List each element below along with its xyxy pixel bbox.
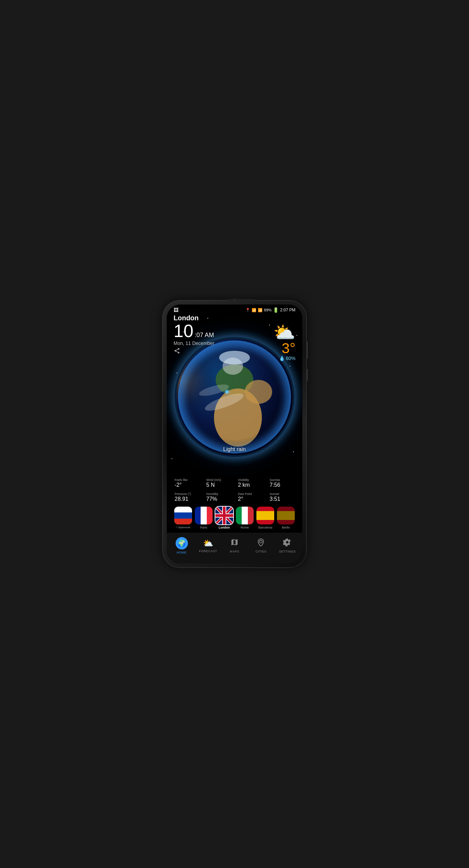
speaker bbox=[228, 299, 255, 301]
city-paris-label: Paris bbox=[200, 526, 207, 529]
svg-point-9 bbox=[176, 346, 231, 414]
rain-drop-icon: 💧 bbox=[279, 356, 285, 361]
city-barcelona-label: Barcelona bbox=[258, 526, 272, 529]
dew-point-stat: Dew Point 2° bbox=[235, 491, 266, 504]
sunset-value: 3:51 bbox=[270, 496, 295, 502]
nav-home-label: HOME bbox=[177, 551, 187, 554]
forecast-icon: ⛅ bbox=[203, 538, 213, 548]
nav-maps[interactable]: MAPS bbox=[221, 538, 248, 553]
sunrise-value: 7:56 bbox=[270, 482, 295, 488]
svg-point-7 bbox=[245, 380, 272, 404]
nav-settings[interactable]: SETTINGS bbox=[274, 538, 301, 553]
weather-top-right: ⛅ 3° 💧 60% bbox=[273, 323, 295, 361]
wind-label: Wind (m/s) bbox=[206, 478, 231, 482]
feels-like-value: -2° bbox=[175, 482, 200, 488]
nav-cities-label: CITIES bbox=[255, 550, 266, 553]
power-button[interactable] bbox=[306, 342, 308, 359]
home-icon: 🌍 bbox=[176, 537, 188, 549]
cloud-rain-icon: ⛅ bbox=[273, 323, 295, 341]
humidity-label: Humidity bbox=[206, 492, 231, 496]
battery-percent: 89% bbox=[264, 308, 271, 312]
svg-point-6 bbox=[214, 388, 262, 447]
svg-rect-21 bbox=[223, 507, 226, 524]
flag-italy bbox=[236, 507, 254, 524]
status-left: 🖼 bbox=[174, 307, 178, 313]
dew-point-value: 2° bbox=[238, 496, 263, 502]
location-dot bbox=[225, 390, 229, 394]
nav-forecast-label: FORECAST bbox=[199, 549, 217, 553]
city-paris[interactable]: Paris bbox=[195, 507, 213, 529]
stats-grid: Feels like -2° Wind (m/s) 5 N Visibility… bbox=[172, 477, 297, 504]
humidity-value: 77% bbox=[206, 496, 231, 502]
svg-line-3 bbox=[175, 349, 179, 351]
svg-point-12 bbox=[198, 382, 230, 398]
wifi-icon: 📶 bbox=[252, 308, 256, 312]
sunrise-stat: Sunrise 7:56 bbox=[267, 477, 297, 489]
phone-device: 🖼 📍 📶 📶 89% 🔋 2:07 PM London 10 :07 AM bbox=[163, 300, 306, 568]
nav-forecast[interactable]: ⛅ FORECAST bbox=[195, 538, 221, 553]
photo-icon: 🖼 bbox=[174, 307, 178, 313]
nav-settings-label: SETTINGS bbox=[279, 550, 296, 553]
nav-home[interactable]: 🌍 HOME bbox=[168, 537, 195, 554]
pressure-stat: Pressure (") 28.91 bbox=[172, 491, 202, 504]
nav-cities[interactable]: CITIES bbox=[248, 538, 274, 553]
feels-like-stat: Feels like -2° bbox=[172, 477, 202, 489]
temperature-large: 3° bbox=[282, 341, 295, 356]
app-screen: 🖼 📍 📶 📶 89% 🔋 2:07 PM London 10 :07 AM bbox=[167, 305, 302, 563]
feels-like-label: Feels like bbox=[175, 478, 200, 482]
location-icon: 📍 bbox=[245, 308, 250, 312]
dew-point-label: Dew Point bbox=[238, 492, 263, 496]
status-bar: 🖼 📍 📶 📶 89% 🔋 2:07 PM bbox=[167, 305, 302, 314]
city-ulyanovsk-label: * Ulyanovsk bbox=[176, 526, 190, 529]
phone-screen: 🖼 📍 📶 📶 89% 🔋 2:07 PM London 10 :07 AM bbox=[167, 305, 302, 563]
bottom-nav: 🌍 HOME ⛅ FORECAST MAPS bbox=[167, 533, 302, 563]
pressure-value: 28.91 bbox=[175, 496, 200, 502]
time-hour: 10 bbox=[174, 322, 193, 340]
sunset-label: Sunset bbox=[270, 492, 295, 496]
visibility-value: 2 km bbox=[238, 482, 263, 488]
city-rome[interactable]: Rome bbox=[236, 507, 254, 529]
maps-icon bbox=[230, 538, 239, 548]
pressure-label: Pressure (") bbox=[175, 492, 200, 496]
flag-france bbox=[195, 507, 213, 524]
status-right: 📍 📶 📶 89% 🔋 2:07 PM bbox=[245, 307, 295, 313]
city-rome-label: Rome bbox=[241, 526, 249, 529]
humidity-percent: 60% bbox=[286, 356, 295, 361]
city-berlin[interactable]: Berlin bbox=[277, 507, 295, 529]
stats-section: Feels like -2° Wind (m/s) 5 N Visibility… bbox=[167, 477, 302, 504]
cities-icon bbox=[257, 538, 265, 548]
city-barcelona[interactable]: Barcelona bbox=[256, 507, 274, 529]
volume-button[interactable] bbox=[306, 369, 308, 381]
city-ulyanovsk[interactable]: * Ulyanovsk bbox=[174, 507, 192, 529]
visibility-label: Visibility bbox=[238, 478, 263, 482]
sunrise-label: Sunrise bbox=[270, 478, 295, 482]
flag-russia bbox=[174, 507, 192, 524]
humidity-stat: Humidity 77% bbox=[204, 491, 234, 504]
sunset-stat: Sunset 3:51 bbox=[267, 491, 297, 504]
nav-maps-label: MAPS bbox=[230, 550, 239, 553]
signal-icon: 📶 bbox=[258, 308, 263, 312]
svg-point-22 bbox=[259, 540, 262, 543]
svg-point-8 bbox=[223, 358, 243, 375]
svg-point-5 bbox=[216, 364, 253, 395]
settings-icon bbox=[283, 538, 291, 548]
city-london-label: London bbox=[219, 526, 230, 529]
flag-spain-barcelona bbox=[256, 507, 274, 524]
wind-stat: Wind (m/s) 5 N bbox=[204, 477, 234, 489]
visibility-stat: Visibility 2 km bbox=[235, 477, 266, 489]
time-minute-ampm: :07 AM bbox=[195, 332, 214, 339]
flag-uk bbox=[215, 507, 233, 524]
city-berlin-label: Berlin bbox=[282, 526, 290, 529]
svg-point-11 bbox=[203, 390, 245, 414]
cities-row: * Ulyanovsk Paris bbox=[167, 507, 302, 529]
svg-line-4 bbox=[175, 351, 179, 353]
city-london[interactable]: London bbox=[215, 507, 233, 529]
weather-condition: Light rain bbox=[176, 446, 293, 452]
flag-spain-berlin bbox=[277, 507, 295, 524]
battery-icon: 🔋 bbox=[273, 307, 279, 313]
status-time: 2:07 PM bbox=[280, 308, 295, 312]
wind-value: 5 N bbox=[206, 482, 231, 488]
